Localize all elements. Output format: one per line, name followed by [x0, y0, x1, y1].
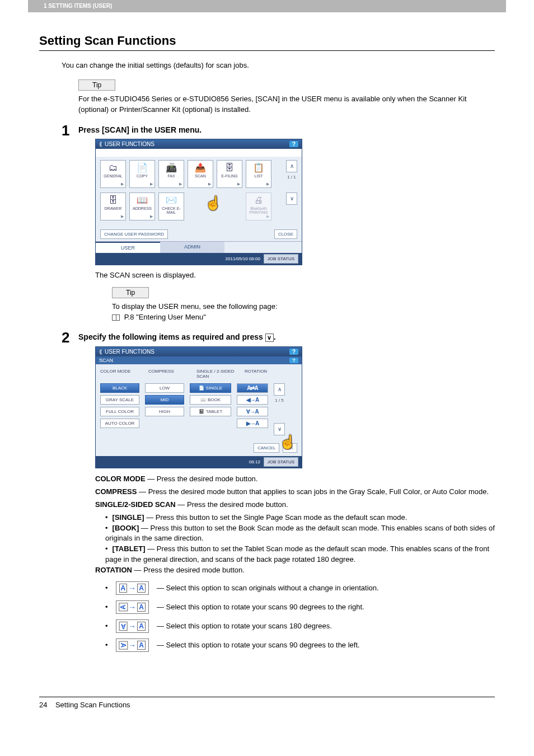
tip-label: Tip [78, 79, 115, 91]
datetime: 2011/05/10 08:00 [226, 256, 260, 261]
intro-text: You can change the initial settings (def… [62, 61, 495, 69]
user-functions-panel: ⟪USER FUNCTIONS ? 🗂GENERAL▶ 📄COPY▶ 📠FAX▶… [95, 139, 302, 265]
help-icon[interactable]: ? [289, 141, 298, 147]
desc-rotation: ROTATION — Press the desired mode button… [95, 565, 495, 576]
step1-after: The SCAN screen is displayed. [95, 271, 495, 279]
step-title: Press [SCAN] in the USER menu. [78, 125, 495, 134]
efiling-button[interactable]: 🗄E-FILING▶ [217, 160, 242, 188]
header-compress: COMPRESS [148, 369, 192, 379]
bluetooth-printing-button: 🖨Bluetooth PRINTING▶ [246, 192, 271, 220]
rotation-90l-icon: A→A [116, 638, 149, 652]
left-margin-stripe [28, 0, 38, 12]
down-arrow-icon: ∨ [265, 334, 274, 342]
rotation-option-180: A→A — Select this option to rotate your … [105, 619, 495, 633]
step-2: 2 Specify the following items as require… [78, 332, 495, 342]
rotation-90r-icon: A→A [116, 600, 149, 614]
desc-book: [BOOK] — Press this button to set the Bo… [105, 523, 495, 544]
tab-user[interactable]: USER [96, 242, 160, 253]
rotation-180-icon: A→A [116, 619, 149, 633]
header-sided: SINGLE / 2-SIDED SCAN [196, 369, 240, 379]
scroll-down-button[interactable]: ∨ [286, 192, 297, 205]
tip2-line1: To display the USER menu, see the follow… [112, 302, 495, 312]
running-header: 1 SETTING ITEMS (USER) [38, 0, 506, 12]
rotation-option-90l: A→A — Select this option to rotate your … [105, 638, 495, 652]
desc-compress: COMPRESS — Press the desired mode button… [95, 487, 495, 497]
compress-low-button[interactable]: LOW [145, 383, 184, 393]
scroll-down-button[interactable]: ∨ [274, 423, 285, 435]
general-button[interactable]: 🗂GENERAL▶ [100, 160, 126, 188]
page-title: Setting Scan Functions [39, 34, 495, 48]
scroll-up-button[interactable]: ∧ [274, 383, 285, 396]
rotation-option-90r: A→A — Select this option to rotate your … [105, 600, 495, 614]
rotation-90l-button[interactable]: ▶→A [237, 419, 268, 428]
tip-text: For the e-STUDIO456 Series or e-STUDIO85… [78, 94, 495, 115]
copy-button[interactable]: 📄COPY▶ [129, 160, 155, 188]
help-icon[interactable]: ? [289, 349, 298, 355]
header-rotation: ROTATION [245, 369, 288, 379]
compress-mid-button[interactable]: MID [145, 395, 184, 405]
sided-book-button[interactable]: 📖BOOK [190, 395, 231, 405]
tab-admin[interactable]: ADMIN [160, 242, 224, 253]
sided-single-button[interactable]: 📄SINGLE [190, 383, 231, 393]
panel-title: ⟪USER FUNCTIONS [99, 141, 154, 147]
cursor-hand-icon: ☝ [279, 434, 296, 450]
rotation-90r-button[interactable]: ◀→A [237, 395, 268, 405]
scan-button[interactable]: 📤SCAN▶ [188, 160, 213, 188]
rotation-option-0: A→A — Select this option to scan origina… [105, 581, 495, 595]
color-fullcolor-button[interactable]: FULL COLOR [100, 407, 139, 416]
tip2-label: Tip [112, 287, 149, 298]
step-number: 1 [62, 122, 69, 139]
rotation-180-button[interactable]: ∀→A [237, 407, 268, 416]
scroll-up-button[interactable]: ∧ [286, 160, 297, 172]
panel-titlebar: ⟪USER FUNCTIONS ? [96, 347, 302, 356]
cancel-button[interactable]: CANCEL [254, 443, 279, 453]
color-black-button[interactable]: BLACK [100, 383, 139, 393]
job-status-button[interactable]: JOB STATUS [264, 254, 298, 264]
rotation-0-icon: A→A [116, 581, 149, 595]
fax-button[interactable]: 📠FAX▶ [158, 160, 184, 188]
page-indicator: 1 / 1 [286, 175, 297, 180]
panel-title: ⟪USER FUNCTIONS [99, 349, 154, 355]
job-status-button[interactable]: JOB STATUS [264, 457, 298, 467]
cursor-hand-icon: ☝ [205, 195, 222, 211]
drawer-button[interactable]: 🗄DRAWER▶ [100, 192, 126, 220]
step-number: 2 [62, 329, 69, 346]
scan-settings-panel: ⟪USER FUNCTIONS ? SCAN ? COLOR MODE COMP… [95, 346, 302, 468]
list-button[interactable]: 📋LIST▶ [246, 160, 271, 188]
tip2-line2: P.8 "Entering User Menu" [112, 312, 495, 323]
step-title: Specify the following items as required … [78, 332, 495, 342]
step-1: 1 Press [SCAN] in the USER menu. [78, 125, 495, 134]
check-email-button[interactable]: ✉️CHECK E-MAIL [158, 192, 184, 220]
book-ref-icon [112, 314, 120, 321]
page-indicator: 1 / 5 [274, 398, 285, 403]
color-grayscale-button[interactable]: GRAY SCALE [100, 395, 139, 405]
header-color-mode: COLOR MODE [100, 369, 144, 379]
desc-sided: SINGLE/2-SIDED SCAN — Press the desired … [95, 500, 495, 510]
close-button[interactable]: CLOSE [274, 229, 297, 239]
help-icon[interactable]: ? [289, 358, 298, 363]
title-rule [39, 50, 495, 51]
page-footer: 24 Setting Scan Functions [39, 701, 495, 709]
desc-tablet: [TABLET] — Press this button to set the … [105, 544, 495, 565]
compress-high-button[interactable]: HIGH [145, 407, 184, 416]
color-autocolor-button[interactable]: AUTO COLOR [100, 419, 139, 428]
address-button[interactable]: 📖ADDRESS▶ [129, 192, 155, 220]
datetime: 08:12 [249, 459, 260, 464]
desc-single: [SINGLE] — Press this button to set the … [105, 513, 495, 523]
breadcrumb-bar [96, 149, 302, 157]
footer-rule [39, 697, 495, 697]
desc-color-mode: COLOR MODE — Press the desired mode butt… [95, 474, 495, 485]
sided-tablet-button[interactable]: 📓TABLET [190, 407, 231, 416]
change-password-button[interactable]: CHANGE USER PASSWORD [100, 229, 168, 239]
panel-titlebar: ⟪USER FUNCTIONS ? [96, 139, 302, 149]
rotation-0-button[interactable]: A⇄A [237, 383, 268, 393]
scan-crumb: SCAN [99, 358, 113, 363]
